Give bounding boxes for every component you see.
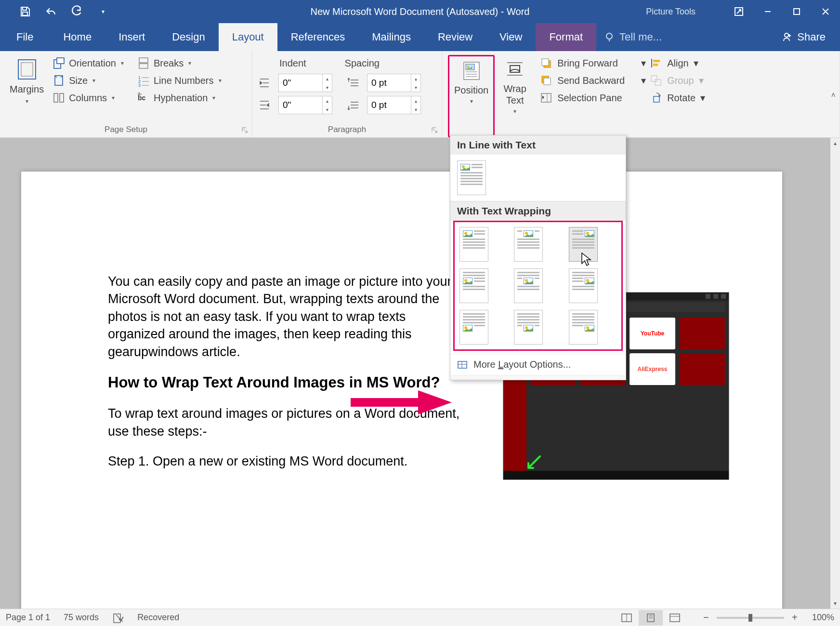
space-after-icon <box>347 98 360 112</box>
line-numbers-label: Line Numbers <box>154 75 214 86</box>
breaks-icon <box>137 57 150 69</box>
position-dropdown: In Line with Text With Text Wrapping Mor… <box>450 135 626 380</box>
indent-left-input[interactable]: ▴▾ <box>278 74 332 92</box>
line-numbers-icon: 123 <box>137 74 150 87</box>
bring-forward-icon <box>540 57 552 69</box>
picture-tools-label: Picture Tools <box>646 7 696 17</box>
maximize-button[interactable] <box>782 0 811 23</box>
red-arrow-annotation <box>351 390 452 414</box>
scroll-down-button[interactable]: ▾ <box>830 598 840 609</box>
svg-rect-4 <box>794 9 800 14</box>
zoom-out-button[interactable]: − <box>700 612 712 623</box>
minimize-button[interactable] <box>753 0 782 23</box>
zoom-slider[interactable] <box>717 617 784 619</box>
hyphenation-button[interactable]: bca- Hyphenation▾ <box>137 92 222 104</box>
ribbon: Margins ▾ Orientation▾ Size▾ Columns▾ Br… <box>0 51 840 138</box>
group-button[interactable]: Group▾ <box>650 74 722 87</box>
tell-me-label: Tell me... <box>619 31 662 43</box>
size-icon <box>52 74 65 87</box>
orientation-button[interactable]: Orientation▾ <box>52 57 124 69</box>
tab-format[interactable]: Format <box>536 23 596 51</box>
align-button[interactable]: Align▾ <box>650 57 722 69</box>
rotate-button[interactable]: Rotate▾ <box>650 92 722 104</box>
columns-button[interactable]: Columns▾ <box>52 92 124 104</box>
wrap-text-button[interactable]: Wrap Text ▾ <box>499 55 531 137</box>
position-middle-center[interactable] <box>514 268 543 303</box>
paragraph-dialog-launcher[interactable] <box>431 127 438 133</box>
tab-references[interactable]: References <box>277 23 359 51</box>
tab-file[interactable]: File <box>0 23 50 51</box>
proofing-icon[interactable] <box>112 612 124 624</box>
svg-rect-1 <box>23 12 27 15</box>
scroll-up-button[interactable]: ▴ <box>830 138 840 148</box>
size-button[interactable]: Size▾ <box>52 74 124 87</box>
position-button[interactable]: Position ▾ <box>448 55 495 137</box>
print-layout-button[interactable] <box>639 610 663 626</box>
collapse-ribbon-icon[interactable]: ʌ <box>831 91 835 98</box>
ribbon-tabs: File Home Insert Design Layout Reference… <box>0 23 840 51</box>
body-paragraph[interactable]: You can easily copy and paste an image o… <box>108 273 464 360</box>
read-mode-button[interactable] <box>615 610 639 626</box>
body-paragraph[interactable]: Step 1. Open a new or existing MS Word d… <box>108 453 464 470</box>
tab-home[interactable]: Home <box>50 23 105 51</box>
position-bottom-right[interactable] <box>569 310 598 345</box>
bring-forward-button[interactable]: Bring Forward ▾ <box>540 57 646 69</box>
position-middle-right[interactable] <box>569 268 598 303</box>
position-bottom-center[interactable] <box>514 310 543 345</box>
breaks-button[interactable]: Breaks▾ <box>137 57 222 69</box>
zoom-in-button[interactable]: + <box>789 612 801 623</box>
paragraph-group-label: Paragraph <box>252 125 442 134</box>
qat-customize-icon[interactable]: ▾ <box>97 6 109 17</box>
tab-layout[interactable]: Layout <box>219 23 277 51</box>
breaks-label: Breaks <box>154 58 184 69</box>
vertical-scrollbar[interactable]: ▴ ▾ <box>830 138 840 609</box>
ribbon-display-options-icon[interactable] <box>724 0 753 23</box>
chevron-down-icon: ▾ <box>513 108 516 115</box>
status-state[interactable]: Recovered <box>137 613 179 623</box>
document-body[interactable]: You can easily copy and paste an image o… <box>108 273 464 470</box>
body-heading[interactable]: How to Wrap Text Around Images in MS Wor… <box>108 373 464 392</box>
group-page-setup: Margins ▾ Orientation▾ Size▾ Columns▾ Br… <box>0 51 252 137</box>
svg-rect-16 <box>139 64 148 68</box>
svg-rect-9 <box>21 63 33 76</box>
tell-me-search[interactable]: Tell me... <box>596 23 766 51</box>
more-layout-options[interactable]: More Layout Options... <box>450 354 626 375</box>
wrap-text-label: Wrap Text <box>503 83 526 106</box>
word-count[interactable]: 75 words <box>64 613 99 623</box>
send-backward-button[interactable]: Send Backward ▾ <box>540 74 646 87</box>
zoom-control: − + 100% <box>700 612 834 623</box>
tab-insert[interactable]: Insert <box>105 23 158 51</box>
undo-icon[interactable] <box>45 6 57 17</box>
share-button[interactable]: Share <box>766 23 840 51</box>
position-bottom-left[interactable] <box>459 310 488 345</box>
tab-design[interactable]: Design <box>158 23 218 51</box>
space-before-input[interactable]: ▴▾ <box>367 74 421 92</box>
web-layout-button[interactable] <box>663 610 687 626</box>
group-arrange: Position ▾ Wrap Text ▾ Bring Forward ▾ S… <box>442 51 840 137</box>
page-setup-dialog-launcher[interactable] <box>241 127 248 133</box>
zoom-level[interactable]: 100% <box>812 613 834 623</box>
redo-icon[interactable] <box>71 6 83 17</box>
align-icon <box>650 57 662 69</box>
tab-view[interactable]: View <box>486 23 536 51</box>
page-indicator[interactable]: Page 1 of 1 <box>6 613 50 623</box>
position-middle-left[interactable] <box>459 268 488 303</box>
tab-review[interactable]: Review <box>424 23 486 51</box>
save-icon[interactable] <box>19 6 31 17</box>
page-setup-group-label: Page Setup <box>0 125 252 134</box>
green-arrow-annotation <box>526 455 541 470</box>
selection-pane-button[interactable]: Selection Pane <box>540 92 646 104</box>
line-numbers-button[interactable]: 123 Line Numbers▾ <box>137 74 222 87</box>
more-layout-label: More Layout Options... <box>473 359 571 370</box>
space-after-input[interactable]: ▴▾ <box>367 96 421 114</box>
position-inline-option[interactable] <box>457 160 486 195</box>
svg-point-27 <box>467 66 469 67</box>
close-button[interactable] <box>811 0 840 23</box>
dropdown-resize-grip[interactable]: ⋰ <box>450 375 626 380</box>
position-top-center[interactable] <box>514 227 543 262</box>
rotate-icon <box>650 92 662 104</box>
position-top-left[interactable] <box>459 227 488 262</box>
indent-right-input[interactable]: ▴▾ <box>278 96 332 114</box>
layout-options-icon <box>457 360 468 370</box>
tab-mailings[interactable]: Mailings <box>358 23 424 51</box>
